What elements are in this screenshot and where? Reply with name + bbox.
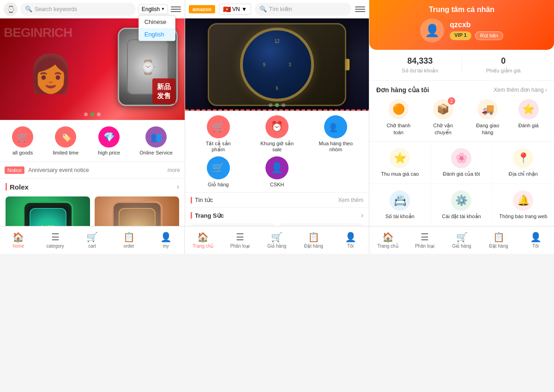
left-tab-category[interactable]: ☰ category [37, 226, 74, 254]
cat-group-buy[interactable]: 👥 Mua hàng theo nhóm [317, 115, 354, 153]
right-tab-me[interactable]: 👤 Tôi [517, 226, 554, 254]
product-card-1[interactable]: DATE⌚ ROLEX-Submariner Series ¥166500 [6, 196, 90, 226]
notice-text: Anniversary event notice [28, 167, 163, 173]
coupon-value: 0 [501, 56, 506, 66]
notice-more[interactable]: more [168, 167, 180, 173]
search-box-middle[interactable]: 🔍 Tìm kiếm [255, 3, 351, 16]
order-shipping-label: Chờ vận chuyển [429, 122, 457, 136]
service-grid: ⭐ Thu mua giá cao 🌸 Đánh giá của tôi 📍 Đ… [369, 142, 554, 226]
icon-high-price-label: high price [98, 150, 120, 155]
mid-tab-me[interactable]: 👤 Tôi [332, 226, 369, 254]
left-my-icon: 👤 [160, 232, 172, 243]
icon-online-service-label: Online Service [139, 150, 173, 155]
brand-text: BEGINRICH [4, 25, 72, 40]
right-tab-home[interactable]: 🏠 Trang chủ [369, 226, 406, 254]
products-arrow[interactable]: › [177, 183, 179, 191]
left-tab-order[interactable]: 📋 order [110, 226, 147, 254]
cat-cskh-label: CSKH [270, 182, 284, 187]
mid-tab-home[interactable]: 🏠 Trang chủ [185, 226, 222, 254]
user-avatar: 👤 [420, 18, 444, 42]
notice-bar: Notice Anniversary event notice more [0, 161, 185, 179]
service-account-settings[interactable]: ⚙️ Cài đặt tài khoản [431, 184, 492, 226]
mid-tab-order[interactable]: 📋 Đặt hàng [295, 226, 332, 254]
menu-icon-left[interactable] [171, 6, 181, 12]
service-buy-high[interactable]: ⭐ Thu mua giá cao [369, 142, 431, 184]
language-option-english[interactable]: English [139, 28, 175, 41]
username: qzcxb [450, 21, 503, 29]
cat-cskh[interactable]: 👤 CSKH [259, 156, 295, 188]
watch-banner-dot-1[interactable] [269, 103, 272, 107]
icon-high-price[interactable]: 💎 high price [98, 126, 120, 155]
banner-dot-1[interactable] [84, 113, 88, 116]
order-pending-payment[interactable]: 🟠 Chờ thanh toán [385, 99, 412, 136]
language-menu: Chinese English [138, 15, 175, 41]
woman-figure: 👩 [28, 52, 74, 95]
right-tab-order[interactable]: 📋 Đặt hàng [480, 226, 517, 254]
mid-category-icon: ☰ [236, 232, 244, 243]
service-address[interactable]: 📍 Địa chỉ nhận [493, 142, 554, 184]
cat-all-products[interactable]: 🛒 Tất cả sản phẩm [200, 115, 237, 153]
icon-limited-time-label: limited time [53, 150, 78, 155]
left-icons-row: 🛒 all goods 🏷️ limited time 💎 high price… [0, 120, 185, 161]
cat-flash-sale[interactable]: ⏰ Khung giờ sản sale [259, 115, 295, 153]
service-account-settings-label: Cài đặt tài khoản [442, 214, 481, 220]
watch-banner-dot-active[interactable] [275, 103, 279, 107]
middle-categories: 🛒 Tất cả sản phẩm ⏰ Khung giờ sản sale 👥… [185, 111, 369, 192]
mid-tab-cart[interactable]: 🛒 Giỏ hàng [259, 226, 295, 254]
left-order-icon: 📋 [123, 232, 135, 243]
mid-order-icon: 📋 [308, 232, 319, 243]
right-order-icon: 📋 [493, 232, 505, 243]
left-tab-my[interactable]: 👤 my [147, 226, 184, 254]
language-button[interactable]: English ▼ [138, 4, 168, 14]
search-box-left[interactable]: 🔍 Search keywords [20, 3, 136, 16]
right-category-label: Phân loại [415, 244, 434, 249]
right-me-icon: 👤 [530, 232, 542, 243]
left-cart-icon: 🛒 [86, 232, 98, 243]
jewelry-more[interactable]: › [361, 211, 363, 220]
language-dropdown[interactable]: English ▼ Chinese English [138, 4, 168, 14]
orders-more[interactable]: Xem thêm đơn hàng › [494, 87, 547, 93]
mid-home-icon: 🏠 [197, 232, 209, 243]
left-cart-label: cart [88, 244, 96, 249]
news-more[interactable]: Xem thêm [338, 197, 363, 203]
icon-online-service[interactable]: 👥 Online Service [139, 126, 173, 155]
service-web-notify-label: Thông báo trang web [499, 214, 547, 219]
icon-all-goods[interactable]: 🛒 all goods [12, 126, 33, 155]
order-delivering[interactable]: 🚚 Đang giao hàng [474, 99, 501, 136]
banner-dot-3[interactable] [97, 113, 101, 116]
service-account-num[interactable]: 📇 Số tài khoản [369, 184, 431, 226]
mid-home-label: Trang chủ [193, 244, 213, 249]
coupon-stat: 0 Phiếu giảm giá [462, 56, 545, 74]
right-cart-label: Giỏ hàng [452, 244, 471, 249]
watch-banner-dot-3[interactable] [282, 103, 285, 107]
left-home-label: home [12, 244, 24, 249]
mid-tab-category[interactable]: ☰ Phân loại [222, 226, 259, 254]
vn-dropdown[interactable]: 🇻🇳 VN ▼ [219, 4, 251, 15]
left-tab-cart[interactable]: 🛒 cart [74, 226, 111, 254]
order-pending-label: Chờ thanh toán [385, 122, 412, 136]
order-review[interactable]: ⭐ Đánh giá [518, 99, 539, 136]
service-my-review[interactable]: 🌸 Đánh giá của tôi [431, 142, 492, 184]
product-card-2[interactable]: ⌚ Rolex-Datejust 126331- ¥100800 [95, 196, 179, 226]
cat-cart-label: Giỏ hàng [208, 182, 229, 188]
service-web-notify[interactable]: 🔔 Thông báo trang web [493, 184, 554, 226]
mid-category-label: Phân loại [230, 244, 250, 249]
left-tab-home[interactable]: 🏠 home [0, 226, 37, 254]
right-tab-category[interactable]: ☰ Phân loại [406, 226, 443, 254]
icon-limited-time[interactable]: 🏷️ limited time [53, 126, 78, 155]
cat-cart[interactable]: 🛒 Giỏ hàng [200, 156, 237, 188]
vip-badge: VIP 1 [450, 31, 471, 40]
right-category-icon: ☰ [421, 232, 429, 243]
order-pending-shipping[interactable]: 📦 2 Chờ vận chuyển [429, 99, 457, 136]
menu-icon-middle[interactable] [355, 6, 365, 12]
language-option-chinese[interactable]: Chinese [139, 16, 175, 28]
withdraw-badge[interactable]: Rút tiền [475, 31, 503, 40]
products-section: Rolex › DATE⌚ ROLEX-Submariner Series ¥1… [0, 179, 185, 226]
shipping-badge: 2 [448, 97, 455, 105]
mid-me-icon: 👤 [345, 232, 356, 243]
orders-section: Đơn hàng của tôi Xem thêm đơn hàng › 🟠 C… [369, 81, 554, 142]
banner-dot-2[interactable] [90, 113, 94, 116]
right-tab-cart[interactable]: 🛒 Giỏ hàng [443, 226, 480, 254]
personal-center-title: Trung tâm cá nhân [429, 6, 494, 14]
news-bar: Tin tức Xem thêm [185, 192, 369, 207]
